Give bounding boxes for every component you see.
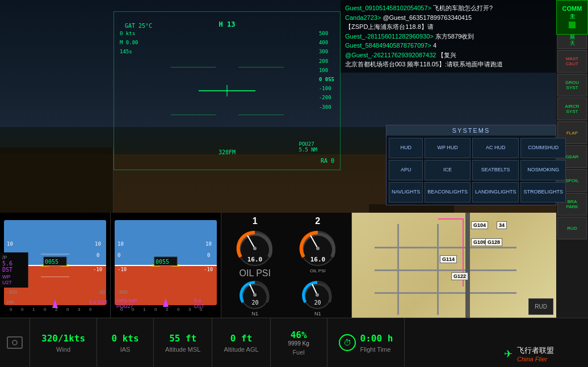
brand-en: China Flier	[517, 356, 554, 362]
map-label-g114: G114	[440, 255, 457, 263]
engine-1-oil-container: 16.0 OIL PSI	[229, 229, 280, 279]
status-fuel: 46% 9999 Kg Fuel	[271, 318, 327, 367]
systems-panel: SYSTEMS HUD WP HUD AC HUD COMMSHUD APU I…	[386, 125, 556, 205]
status-bar: 320/1kts Wind 0 kts IAS 55 ft Altitude M…	[0, 318, 588, 367]
sys-btn-strobe-lights[interactable]: STROBELIGHTS	[520, 182, 566, 203]
systems-panel-title: SYSTEMS	[387, 125, 556, 136]
svg-text:0: 0	[96, 252, 99, 258]
hud-ladder-up-r	[238, 67, 284, 68]
chat-msg-1: 飞机的车胎怎么打开?	[433, 5, 493, 11]
svg-text:20: 20	[251, 299, 258, 306]
svg-text:0055: 0055	[45, 259, 58, 265]
sys-btn-nav-lights[interactable]: NAVLIGHTS	[389, 182, 423, 203]
svg-text:-10: -10	[93, 267, 102, 272]
map-label-g128: G128	[485, 238, 502, 246]
hud-dist1: 5.5 NM	[299, 147, 317, 153]
camera-area	[0, 318, 30, 367]
sys-btn-seat-belts[interactable]: SEATBELTS	[472, 160, 519, 180]
engine-1-n1-dial: 20	[240, 280, 271, 311]
comm-button[interactable]: COMM 主	[556, 0, 588, 35]
sys-btn-ac-hud[interactable]: AC HUD	[472, 138, 519, 158]
svg-text:0: 0	[117, 252, 120, 258]
sys-btn-beacon-lights[interactable]: BEACONLIGHTS	[425, 182, 471, 203]
flight-time-label: Flight Time	[360, 346, 393, 353]
svg-point-63	[316, 247, 320, 250]
wind-value: 320/1kts	[41, 333, 85, 344]
hud-frame: H 13 0 kts M 0.00 145s 500 400 300 200 1…	[114, 11, 341, 170]
sys-btn-hud[interactable]: HUD	[389, 138, 423, 158]
chat-user-6: @Guest_-262117629392087432	[345, 52, 436, 58]
sys-btn-wp-hud[interactable]: WP HUD	[425, 138, 471, 158]
map-rud-button[interactable]: RUD	[528, 298, 553, 315]
sys-btn-comms-hud[interactable]: COMMSHUD	[520, 138, 566, 158]
svg-text:0: 0	[89, 307, 92, 312]
sidebar-btn-aircr-syst[interactable]: AIRCRSYST	[557, 98, 587, 120]
svg-text:DST: DST	[194, 303, 205, 309]
alt-agl-value: 0 ft	[230, 333, 253, 344]
pink-path-h	[438, 218, 464, 220]
taxiway-horizontal-3	[375, 292, 516, 294]
alt-agl-label: Altitude AGL	[224, 346, 258, 353]
hud-poi-dist: POU27 5.5 NM	[299, 141, 317, 153]
sys-btn-no-smoking[interactable]: NOSMOKING	[520, 160, 566, 180]
sys-btn-landing-lights[interactable]: LANDINGLIGHTS	[472, 182, 519, 203]
flap-label: FLAP	[566, 130, 578, 136]
map-background: G104 G109 G114 G122 G128 34 RUD	[352, 213, 556, 318]
engine-number-row: 1 2	[224, 216, 349, 226]
comms-hud-label2: HUD	[548, 145, 559, 151]
map-label-g104: G104	[471, 221, 488, 229]
engine-2-n1-dial: 20	[302, 280, 333, 311]
brand-cn: 飞行者联盟	[517, 345, 554, 356]
branding: ✈ 飞行者联盟 China Flier	[504, 345, 554, 362]
chat-user-4: Guest_-281156011282960930>	[345, 33, 434, 40]
sidebar-btn-grou-syst[interactable]: GROUSYST	[557, 74, 587, 96]
rud-label: RUD	[567, 226, 577, 231]
svg-text:-30: -30	[98, 289, 105, 295]
svg-text:HR: HR	[7, 299, 14, 305]
engine-2-oil-container: 16.0 OIL PSI	[292, 229, 343, 279]
flight-time-value: 0:00 h	[360, 333, 393, 344]
alt-500: 500	[319, 29, 334, 38]
seat-belts-label2: BELTS	[494, 167, 510, 174]
map-label-34: 34	[497, 221, 507, 229]
svg-text:2: 2	[166, 307, 169, 312]
hud-altitude-scale: 500 400 300 200 100 0 055 -100 -200 -300	[319, 29, 334, 112]
hud-speed-value: 0 kts	[120, 29, 138, 38]
chat-msg-7: 北京首都机场塔台003 频率118.05】:请联系地面申请跑道	[345, 61, 503, 68]
chat-line-1: Guest_091051458102054057> 飞机的车胎怎么打开?	[345, 3, 552, 13]
attitude-svg-2: 10 0 -10 10 0 -10 0055 -300 0 0 1 0 2 0 …	[112, 214, 220, 317]
camera-icon	[7, 336, 23, 349]
chat-msg-4: 东方5879收到	[435, 33, 474, 40]
runway-main	[465, 213, 470, 318]
chat-line-5: Guest_584849405878767097> 4	[345, 41, 552, 50]
sys-btn-ice[interactable]: ICE	[425, 160, 471, 180]
oil-psi-row: 16.0 OIL PSI 16.0 OIL PSI	[224, 229, 349, 279]
svg-text:-10: -10	[117, 267, 127, 272]
svg-text:20: 20	[314, 299, 321, 306]
nav-dst: 5.6DST	[2, 260, 26, 273]
alt-200: 200	[319, 57, 334, 66]
map-panel: G104 G109 G114 G122 G128 34 RUD	[352, 213, 556, 318]
ra-label: RA 0	[321, 158, 334, 164]
map-label-g122: G122	[451, 272, 468, 280]
landing-lights-label2: LIGHTS	[498, 189, 516, 196]
engine-instruments: 1 2 16.0 OIL PSI 16.	[221, 213, 352, 318]
sys-btn-apu[interactable]: APU	[389, 160, 423, 180]
sidebar-btn-rud[interactable]: RUD	[557, 217, 587, 239]
hud-poi-label: POU27	[299, 141, 317, 147]
alt-msl-label: Altitude MSL	[165, 346, 200, 353]
engine-2-oil-label: OIL PSI	[292, 268, 343, 273]
sidebar-btn-mast-caut[interactable]: MASTCAUT	[557, 50, 587, 73]
hud-ladder-down-r	[238, 115, 284, 115]
svg-text:5.6: 5.6	[194, 298, 201, 303]
engine-2-oil-dial: 16.0	[298, 229, 338, 268]
ias-label: IAS	[120, 346, 131, 353]
heading-compass: 320FM	[219, 149, 236, 155]
taxiway-horizontal-2	[375, 269, 516, 271]
svg-text:0: 0	[10, 307, 12, 312]
engine-1-number: 1	[229, 216, 280, 226]
engine-1-oil-dial: 16.0	[235, 229, 275, 268]
hud-speed-scale: 0 kts M 0.00 145s	[120, 29, 138, 57]
strobe-lights-label2: LIGHTS	[544, 189, 563, 196]
taxiway-horizontal-1	[375, 247, 516, 248]
